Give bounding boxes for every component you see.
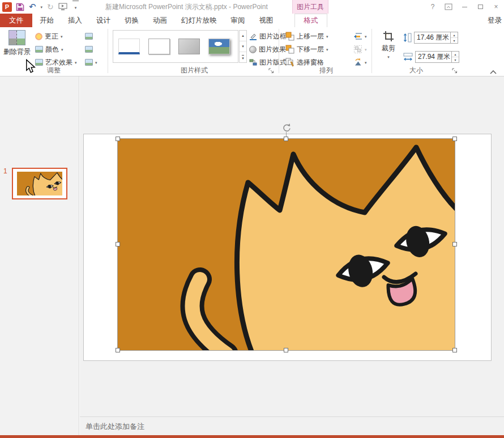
tab-format-active[interactable]: 格式 [294,14,327,27]
tab-file[interactable]: 文件 [0,14,32,27]
resize-handle-top-left[interactable] [116,137,120,141]
maximize-button[interactable] [472,1,488,13]
tab-slideshow[interactable]: 幻灯片放映 [174,14,224,27]
help-button[interactable]: ? [425,1,441,13]
height-icon [403,33,412,42]
group-label-arrange: 排列 [281,66,371,75]
customize-qat-dropdown[interactable]: ▾ [72,1,79,13]
spinner-down-icon[interactable]: ▾ [452,57,459,62]
slide-thumbnail-1[interactable] [12,168,67,199]
gallery-scroll-up[interactable]: ▴ [240,31,246,41]
spinner-up-icon[interactable]: ▴ [452,52,459,57]
picture-style-option-1[interactable] [114,31,144,62]
chevron-down-icon: ▾ [365,61,367,65]
picture-style-option-3[interactable] [174,31,204,62]
collapse-ribbon-button[interactable] [489,69,497,75]
tab-review[interactable]: 审阅 [224,14,252,27]
mouse-cursor [25,59,36,74]
title-bar: P ↶ ▾ ↻ [0,0,504,14]
notes-pane[interactable]: 单击此处添加备注 [80,416,504,435]
undo-dropdown[interactable]: ▾ [39,1,45,13]
resize-handle-bottom-right[interactable] [452,348,457,352]
start-slideshow-button[interactable] [56,1,70,13]
minimize-icon [462,7,467,7]
align-button[interactable]: ▾ [353,30,367,42]
sign-in-link[interactable]: 登录 [488,14,502,27]
send-backward-button[interactable]: 下移一层 ▾ [285,43,328,56]
color-button[interactable]: 颜色 ▾ [35,43,63,56]
gallery-scrollbar: ▴ ▾ ▾ [239,30,247,63]
rotation-handle[interactable] [281,122,292,133]
picture-style-gallery [113,30,238,63]
spinner-down-icon[interactable]: ▾ [451,38,458,43]
slide-number: 1 [3,167,7,175]
width-spinner[interactable]: ▴ ▾ [451,52,459,62]
change-picture-button[interactable] [85,43,93,56]
spinner-up-icon[interactable]: ▴ [451,32,458,38]
style-thumbnail [208,39,230,54]
resize-handle-middle-left[interactable] [116,242,120,246]
width-input[interactable]: 27.94 厘米 ▴ ▾ [415,51,459,63]
window-controls: ? × [425,0,504,14]
group-arrange: 上移一层 ▾ 下移一层 ▾ 选择窗格 [281,27,371,76]
slideshow-icon [58,3,67,11]
tab-transitions[interactable]: 切换 [118,14,146,27]
style-thumbnail [118,39,140,54]
picture-color-icon [35,46,43,53]
close-icon: × [494,3,498,11]
chevron-down-icon: ▾ [61,35,63,39]
gallery-scroll-down[interactable]: ▾ [240,41,246,52]
resize-handle-top-middle[interactable] [284,137,288,141]
group-objects-button[interactable]: ▾ [353,43,367,56]
group-label-picture-styles: 图片样式 [110,66,279,75]
corrections-button[interactable]: 更正 ▾ [35,30,63,42]
remove-background-button[interactable]: 删除背景 [2,30,32,57]
gallery-more-icon: ▾ [242,55,244,60]
cat-picture[interactable] [118,139,455,350]
undo-icon: ↶ [29,2,36,12]
height-input[interactable]: 17.46 厘米 ▴ ▾ [414,32,458,44]
resize-handle-middle-right[interactable] [452,242,457,246]
bring-forward-icon [285,32,294,41]
tab-view[interactable]: 视图 [253,14,280,27]
close-button[interactable]: × [488,1,504,13]
picture-style-option-2[interactable] [144,31,174,62]
gallery-more-button[interactable]: ▾ [240,52,246,62]
compress-pictures-button[interactable] [85,30,93,42]
group-size: 裁剪 ▾ 17.46 厘米 ▴ ▾ [374,27,486,76]
tab-design[interactable]: 设计 [89,14,117,27]
height-spinner[interactable]: ▴ ▾ [450,32,458,43]
crop-icon [383,31,394,42]
powerpoint-logo-icon[interactable]: P [2,2,12,12]
resize-handle-bottom-middle[interactable] [284,348,288,352]
ribbon-display-options-button[interactable] [441,1,456,13]
picture-effects-icon [249,46,257,53]
resize-handle-top-right[interactable] [452,137,457,141]
resize-handle-bottom-left[interactable] [116,348,120,352]
bring-forward-button[interactable]: 上移一层 ▾ [285,30,328,42]
artistic-effects-icon [35,59,43,66]
picture-border-icon [249,32,257,40]
ribbon-tab-row: 文件 开始 插入 设计 切换 动画 幻灯片放映 审阅 视图 格式 登录 [0,14,504,27]
tab-animations[interactable]: 动画 [146,14,174,27]
size-dialog-launcher[interactable] [452,68,459,75]
window-title: 新建Microsoft PowerPoint 演示文稿.pptx - Power… [105,0,268,14]
redo-icon: ↻ [47,2,54,11]
tab-home[interactable]: 开始 [33,14,61,27]
shape-width-field: 27.94 厘米 ▴ ▾ [403,50,459,63]
save-button[interactable] [14,1,27,13]
undo-button[interactable]: ↶ [27,1,39,13]
maximize-icon [478,5,483,9]
group-label-size: 大小 [385,66,447,75]
chevron-down-icon: ▾ [75,6,77,10]
picture-style-option-4[interactable] [204,31,234,62]
redo-button[interactable]: ↻ [45,1,56,13]
picture-tools-badge: 图片工具 [292,0,328,14]
slides-panel: 1 [0,76,79,435]
group-label-adjust: 调整 [0,66,108,75]
crop-button[interactable]: 裁剪 ▾ [377,31,400,59]
sun-icon [35,33,42,40]
minimize-button[interactable] [456,1,472,13]
ribbon: 删除背景 更正 ▾ 颜色 ▾ 艺术效果 ▾ [0,27,504,76]
tab-insert[interactable]: 插入 [61,14,89,27]
